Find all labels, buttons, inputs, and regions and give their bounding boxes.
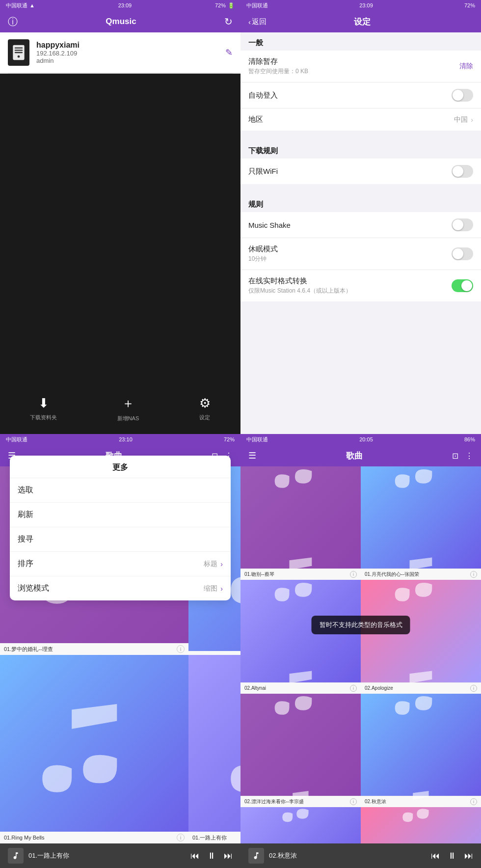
- sort-chevron-icon: ›: [220, 560, 223, 568]
- thumb-7: [240, 807, 361, 843]
- status-left-2: 中国联通: [246, 2, 268, 9]
- toggle-online-convert[interactable]: [452, 279, 473, 292]
- music-icon-4: [252, 851, 261, 860]
- song-item-7[interactable]: [240, 807, 361, 843]
- row-sub-convert: 仅限Music Station 4.6.4（或以上版本）: [248, 287, 452, 295]
- song-label-1: 01.梦中的婚礼--理查 i: [0, 643, 188, 655]
- song-cell-4[interactable]: 01.一路上有你 i: [188, 655, 240, 843]
- dropdown-item-sort[interactable]: 排序 标题 ›: [10, 552, 231, 576]
- more-icon-4[interactable]: ⋮: [465, 451, 473, 461]
- song-cell-3[interactable]: 01.Ring My Bells i: [0, 655, 188, 843]
- header-settings: ‹ 返回 设定: [240, 11, 481, 32]
- menu-item-settings[interactable]: ⚙ 设定: [199, 396, 211, 421]
- row-left-cache: 清除暂存 暂存空间使用量：0 KB: [248, 57, 459, 76]
- toggle-auto-login[interactable]: [452, 89, 473, 102]
- item-label-search: 搜寻: [18, 534, 33, 544]
- app-title: Qmusic: [106, 17, 136, 27]
- item-right-sort: 标题 ›: [204, 560, 223, 569]
- toggle-sleep-mode[interactable]: [452, 247, 473, 260]
- info-btn-3[interactable]: i: [350, 685, 357, 692]
- edit-icon[interactable]: ✎: [225, 47, 233, 58]
- status-right-4: 86%: [464, 436, 475, 442]
- song-label-3: 01.Ring My Bells i: [0, 832, 188, 843]
- pause-icon-3[interactable]: ⏸: [207, 851, 216, 861]
- settings-gap-1: [240, 131, 481, 140]
- settings-group-general: 清除暂存 暂存空间使用量：0 KB 清除 自动登入 地区 中国 ›: [240, 51, 481, 131]
- dropdown-item-select[interactable]: 选取: [10, 478, 231, 503]
- music-note-thumb-5: [267, 665, 334, 722]
- info-icon[interactable]: ⓘ: [8, 15, 18, 28]
- back-button[interactable]: ‹ 返回: [248, 17, 267, 27]
- player-controls-4: ⏮ ⏸ ⏭: [431, 851, 473, 861]
- pause-icon-4[interactable]: ⏸: [448, 851, 456, 861]
- row-left-login: 自动登入: [248, 91, 452, 100]
- download-folder-icon: ⬇: [38, 396, 49, 411]
- next-icon-4[interactable]: ⏭: [464, 851, 473, 861]
- row-left-convert: 在线实时格式转换 仅限Music Station 4.6.4（或以上版本）: [248, 276, 452, 295]
- music-note-thumb-8: [388, 787, 454, 827]
- bottom-menu: ⬇ 下载资料夹 ＋ 新增NAS ⚙ 设定: [0, 387, 240, 434]
- settings-menu-icon: ⚙: [199, 396, 211, 411]
- carrier-1: 中国联通: [6, 2, 27, 9]
- time-3: 23:10: [119, 436, 133, 442]
- row-sub-cache: 暂存空间使用量：0 KB: [248, 67, 459, 76]
- svg-point-4: [18, 55, 20, 58]
- info-icon-3[interactable]: i: [177, 834, 185, 841]
- header-1: ⓘ Qmusic ↻: [0, 11, 240, 32]
- row-left-sleep: 休眠模式 10分钟: [248, 244, 452, 263]
- menu-item-add-nas[interactable]: ＋ 新增NAS: [117, 395, 139, 422]
- info-btn-6[interactable]: i: [470, 798, 477, 805]
- add-nas-icon: ＋: [122, 395, 134, 412]
- row-wifi-only: 只限WiFi: [240, 159, 481, 184]
- row-title-region: 地区: [248, 115, 454, 124]
- dropdown-item-refresh[interactable]: 刷新: [10, 503, 231, 527]
- songs-content-4: 01.吻别--蔡琴 i 01.月亮代我的心--张国荣 i: [240, 466, 481, 843]
- prev-icon-3[interactable]: ⏮: [190, 851, 199, 861]
- info-btn-4[interactable]: i: [470, 685, 477, 692]
- player-icon-4: [248, 848, 264, 864]
- dropdown-item-view[interactable]: 浏览模式 缩图 ›: [10, 576, 231, 600]
- carrier-4: 中国联通: [246, 436, 268, 443]
- row-clear-cache: 清除暂存 暂存空间使用量：0 KB 清除: [240, 51, 481, 82]
- header-songs-4: ☰ 歌曲 ⊡ ⋮: [240, 445, 481, 466]
- next-icon-3[interactable]: ⏭: [224, 851, 233, 861]
- player-title-3: 01.一路上有你: [28, 851, 186, 860]
- section-general: 一般: [240, 32, 481, 51]
- refresh-icon[interactable]: ↻: [224, 16, 233, 27]
- dropdown-item-search[interactable]: 搜寻: [10, 527, 231, 552]
- hamburger-icon-4[interactable]: ☰: [248, 450, 256, 461]
- svg-rect-2: [15, 50, 23, 51]
- toggle-music-shake[interactable]: [452, 218, 473, 231]
- cast-icon-4[interactable]: ⊡: [452, 451, 458, 461]
- music-note-thumb-3: [267, 552, 334, 608]
- status-bar-3: 中国联通 23:10 72%: [0, 434, 240, 445]
- user-info: happyxiami 192.168.2.109 admin: [36, 41, 218, 64]
- song-item-8[interactable]: [361, 807, 481, 843]
- menu-label-add-nas: 新增NAS: [117, 415, 139, 422]
- clear-button[interactable]: 清除: [459, 62, 473, 71]
- username: happyxiami: [36, 41, 218, 50]
- toggle-wifi-only[interactable]: [452, 165, 473, 178]
- info-btn-1[interactable]: i: [350, 571, 357, 578]
- status-right: 72% 🔋: [215, 2, 235, 9]
- info-icon-1[interactable]: i: [177, 645, 185, 653]
- item-label-view: 浏览模式: [18, 583, 49, 594]
- battery-4: 86%: [464, 436, 475, 442]
- status-bar-4: 中国联通 20:05 86%: [240, 434, 481, 445]
- info-btn-2[interactable]: i: [470, 571, 477, 578]
- header-icons-4: ⊡ ⋮: [452, 451, 473, 461]
- panel-songs-list: 中国联通 20:05 86% ☰ 歌曲 ⊡ ⋮ 01.吻别--蔡琴 i: [240, 434, 481, 868]
- status-right-2: 72%: [464, 2, 475, 8]
- thumb-8: [361, 807, 481, 843]
- song-name-4: 01.一路上有你: [192, 834, 240, 841]
- carrier-2: 中国联通: [246, 2, 268, 9]
- time-1: 23:09: [118, 2, 132, 8]
- section-download-rules: 下载规则: [240, 140, 481, 159]
- info-btn-5[interactable]: i: [350, 798, 357, 805]
- prev-icon-4[interactable]: ⏮: [431, 851, 440, 861]
- back-label: 返回: [252, 17, 267, 27]
- item-label-sort: 排序: [18, 559, 33, 569]
- item-right-view: 缩图 ›: [204, 584, 223, 593]
- player-title-4: 02.秋意浓: [269, 851, 426, 860]
- menu-item-download[interactable]: ⬇ 下载资料夹: [30, 396, 57, 421]
